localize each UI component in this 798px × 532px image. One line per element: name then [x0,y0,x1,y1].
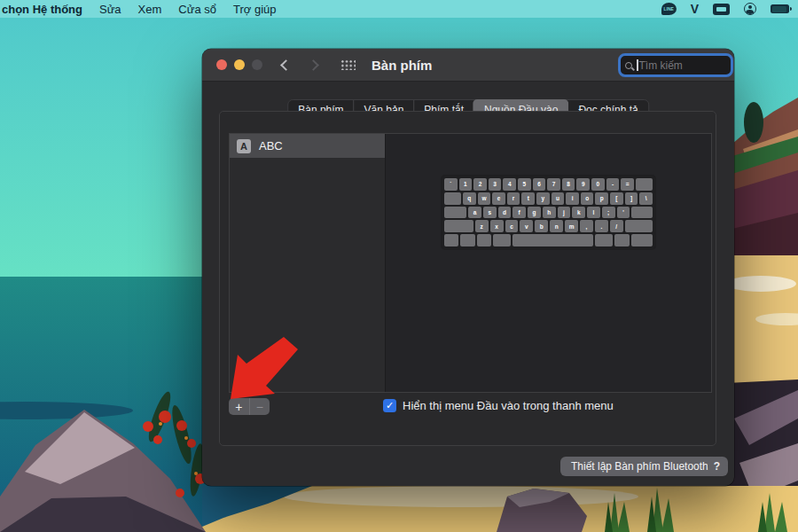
window-title: Bàn phím [372,58,432,73]
key-k: k [572,207,585,219]
key-blank [477,234,491,246]
menu-item-help[interactable]: Trợ giúp [233,3,277,16]
menu-status-area: LINE V [661,2,798,16]
key-a: a [468,207,481,219]
key-x: x [490,220,504,232]
key-h: h [543,207,556,219]
search-input[interactable]: Tìm kiếm [618,53,733,77]
key-b: b [535,220,548,232]
key-7: 7 [547,178,560,191]
line-icon[interactable]: LINE [661,3,677,15]
minimize-button[interactable] [234,59,245,70]
key-`: ` [444,178,458,191]
unikey-v-icon[interactable]: V [691,2,699,16]
traffic-lights [216,59,262,70]
key-n: n [550,220,563,232]
keyboard-row: qwertyuiop[]\ [444,192,653,205]
key-1: 1 [459,178,473,191]
menu-item-window[interactable]: Cửa sổ [178,3,216,16]
keyboard-row: `1234567890-= [444,178,653,191]
key-r: r [507,192,520,205]
key-c: c [505,220,519,232]
key-4: 4 [503,178,516,191]
search-icon [625,62,632,69]
input-source-detail: `1234567890-=qwertyuiop[]\asdfghjkl;'zxc… [386,134,711,392]
show-input-menu-label: Hiển thị menu Đầu vào trong thanh menu [403,399,614,412]
key-,: , [580,220,593,232]
key-blank [444,220,473,232]
key-blank [631,234,653,246]
key-3: 3 [489,178,502,191]
zoom-button-disabled [252,59,262,70]
key-l: l [587,207,600,219]
menu-bar: chọn Hệ thống Sửa Xem Cửa sổ Trợ giúp LI… [0,0,798,18]
key-m: m [565,220,578,232]
key-blank [636,178,653,191]
close-button[interactable] [216,59,227,70]
key-j: j [558,207,571,219]
key-5: 5 [518,178,531,191]
key-w: w [478,192,491,205]
key-g: g [528,207,541,219]
key-blank [512,234,593,246]
help-button[interactable]: ? [708,457,726,475]
key-o: o [581,192,594,205]
key-p: p [595,192,608,205]
key-]: ] [625,192,638,205]
menu-app-name[interactable]: chọn Hệ thống [2,3,82,16]
key-;: ; [602,207,615,219]
input-source-badge-icon: A [237,139,251,153]
key--: - [606,178,620,191]
annotation-arrow [223,333,301,403]
window-titlebar[interactable]: Bàn phím Tìm kiếm [202,49,734,82]
key-blank [595,234,613,246]
menu-item-view[interactable]: Xem [138,3,162,16]
key-i: i [566,192,579,205]
key-z: z [475,220,489,232]
key-': ' [617,207,630,219]
show-input-menu-row: ✓ Hiển thị menu Đầu vào trong thanh menu [383,399,614,412]
key-blank [444,207,466,219]
key-blank [614,234,629,246]
text-caret [637,59,638,71]
search-placeholder: Tìm kiếm [639,59,683,72]
key-u: u [552,192,565,205]
key-/: / [610,220,623,232]
keyboard-row [444,234,653,246]
key-v: v [520,220,533,232]
key-blank [493,234,511,246]
input-source-label: ABC [259,139,283,153]
forward-button-icon [308,59,319,71]
key-blank [625,220,653,232]
key-t: t [521,192,535,205]
keyboard-row: zxcvbnm,./ [444,220,653,232]
key-6: 6 [533,178,546,191]
key-e: e [492,192,505,205]
key-blank [631,207,653,219]
annotation-arrow-shape [231,337,298,399]
battery-icon[interactable] [771,4,789,13]
input-source-icon[interactable] [713,4,730,15]
system-preferences-window: Bàn phím Tìm kiếm Bàn phím Văn bản Phím … [202,49,734,486]
key-blank [444,234,458,246]
show-all-grid-icon[interactable] [340,59,356,70]
list-item-abc[interactable]: A ABC [230,134,385,158]
key-=: = [621,178,634,191]
key-0: 0 [591,178,605,191]
key-.: . [595,220,608,232]
keyboard-row: asdfghjkl;' [444,207,653,219]
key-\: \ [639,192,653,205]
key-blank [444,192,461,205]
show-input-menu-checkbox[interactable]: ✓ [383,399,396,412]
menu-item-edit[interactable]: Sửa [99,3,121,16]
account-icon[interactable] [744,3,756,15]
back-button-icon[interactable] [280,59,292,71]
keyboard-layout-preview: `1234567890-=qwertyuiop[]\asdfghjkl;'zxc… [441,175,656,250]
key-8: 8 [562,178,575,191]
key-q: q [463,192,476,205]
key-blank [460,234,474,246]
key-9: 9 [576,178,590,191]
key-y: y [536,192,550,205]
key-s: s [483,207,497,219]
setup-bluetooth-keyboard-button[interactable]: Thiết lập Bàn phím Bluetooth... [560,457,728,476]
